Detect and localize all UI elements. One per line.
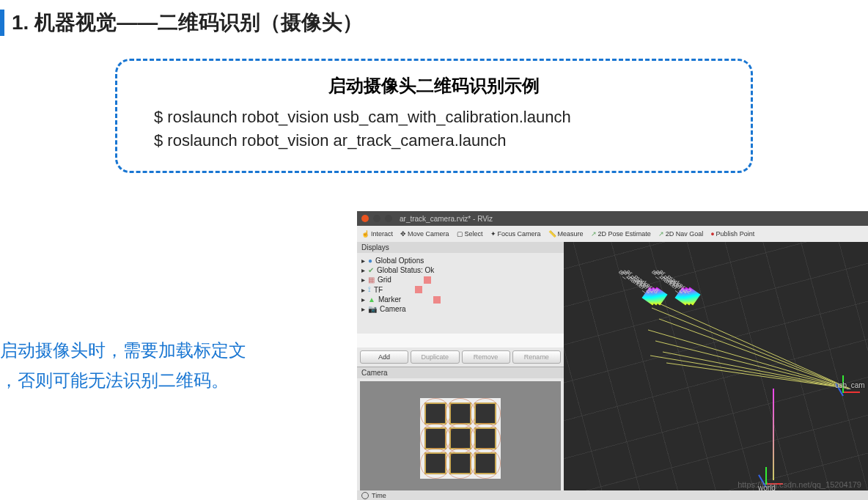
tool-nav[interactable]: ↗2D Nav Goal [658, 230, 704, 238]
displays-properties [357, 334, 564, 348]
rviz-3d-view[interactable]: ar_marker_6 ar_marker_0 ar_marker_7 ar_m… [564, 242, 868, 491]
display-marker[interactable]: ▸▲Marker [361, 295, 559, 304]
display-tf[interactable]: ▸⟟TF [361, 284, 559, 295]
qr-tag [424, 427, 446, 449]
remove-button[interactable]: Remove [462, 350, 510, 364]
displays-tree[interactable]: ▸●Global Options ▸✔Global Status: Ok ▸▦G… [357, 253, 564, 334]
usb-cam-label: usb_cam [835, 381, 865, 389]
tool-focus[interactable]: ✦Focus Camera [490, 230, 541, 238]
rviz-time-bar: Time [357, 490, 868, 500]
example-title: 启动摄像头二维码识别示例 [147, 74, 721, 98]
watermark: https://blog.csdn.net/qq_15204179 [738, 480, 861, 489]
publish-icon: ● [710, 230, 714, 238]
qr-tag [449, 452, 471, 474]
tf-vertical-line [773, 389, 774, 480]
rviz-body: Displays ▸●Global Options ▸✔Global Statu… [357, 242, 868, 491]
close-icon[interactable] [361, 215, 369, 222]
minimize-icon[interactable] [373, 215, 380, 222]
ar-markers: ar_marker_6 ar_marker_0 ar_marker_7 ar_m… [608, 290, 710, 378]
command-1: $ roslaunch robot_vision usb_cam_with_ca… [154, 108, 721, 127]
interact-icon: ☝ [361, 230, 369, 238]
example-box: 启动摄像头二维码识别示例 $ roslaunch robot_vision us… [115, 59, 753, 173]
command-2: $ roslaunch robot_vision ar_track_camera… [154, 131, 721, 150]
tool-publish[interactable]: ●Publish Point [710, 230, 754, 238]
focus-icon: ✦ [490, 230, 496, 238]
rviz-titlebar: ar_track_camera.rviz* - RViz [357, 211, 868, 226]
move-icon: ✥ [400, 230, 406, 238]
rviz-window-title: ar_track_camera.rviz* - RViz [400, 215, 493, 223]
clock-icon [361, 492, 369, 499]
note-line-1: 启动摄像头时，需要加载标定文 [0, 340, 246, 360]
measure-icon: 📏 [548, 230, 556, 238]
display-global-status[interactable]: ▸✔Global Status: Ok [361, 265, 559, 275]
display-global-options[interactable]: ▸●Global Options [361, 256, 559, 265]
rviz-left-panel: Displays ▸●Global Options ▸✔Global Statu… [357, 242, 564, 491]
camera-panel-header: Camera [357, 367, 564, 378]
tool-measure[interactable]: 📏Measure [548, 230, 584, 238]
qr-tag [474, 427, 496, 449]
tool-interact[interactable]: ☝Interact [361, 230, 393, 238]
qr-board [420, 398, 501, 479]
note-line-2: ，否则可能无法识别二维码。 [0, 370, 229, 390]
nav-icon: ↗ [658, 230, 664, 238]
add-button[interactable]: Add [360, 350, 408, 364]
rename-button[interactable]: Rename [512, 350, 561, 364]
slide-title: 1. 机器视觉——二维码识别（摄像头） [12, 9, 363, 37]
duplicate-button[interactable]: Duplicate [411, 350, 459, 364]
qr-tag [474, 452, 496, 474]
camera-image-view[interactable] [360, 381, 561, 495]
qr-tag [449, 402, 471, 424]
displays-header: Displays [357, 242, 564, 253]
rviz-toolbar: ☝Interact ✥Move Camera ▢Select ✦Focus Ca… [357, 226, 868, 242]
qr-tag [474, 402, 496, 424]
maximize-icon[interactable] [385, 215, 392, 222]
qr-tag [449, 427, 471, 449]
select-icon: ▢ [457, 230, 463, 238]
camera-panel: Camera [357, 367, 564, 491]
slide-header: 1. 机器视觉——二维码识别（摄像头） [0, 0, 868, 37]
tool-select[interactable]: ▢Select [457, 230, 483, 238]
pose-icon: ↗ [591, 230, 597, 238]
rviz-window: ar_track_camera.rviz* - RViz ☝Interact ✥… [357, 211, 868, 500]
qr-tag [424, 402, 446, 424]
tool-pose[interactable]: ↗2D Pose Estimate [591, 230, 651, 238]
header-accent-bar [0, 10, 4, 36]
display-grid[interactable]: ▸▦Grid [361, 275, 559, 284]
display-camera[interactable]: ▸📷Camera [361, 304, 559, 314]
tool-move-camera[interactable]: ✥Move Camera [400, 230, 449, 238]
time-label: Time [372, 492, 386, 499]
displays-buttons: Add Duplicate Remove Rename [357, 348, 564, 367]
qr-tag [424, 452, 446, 474]
calibration-note: 启动摄像头时，需要加载标定文 ，否则可能无法识别二维码。 [0, 336, 246, 396]
